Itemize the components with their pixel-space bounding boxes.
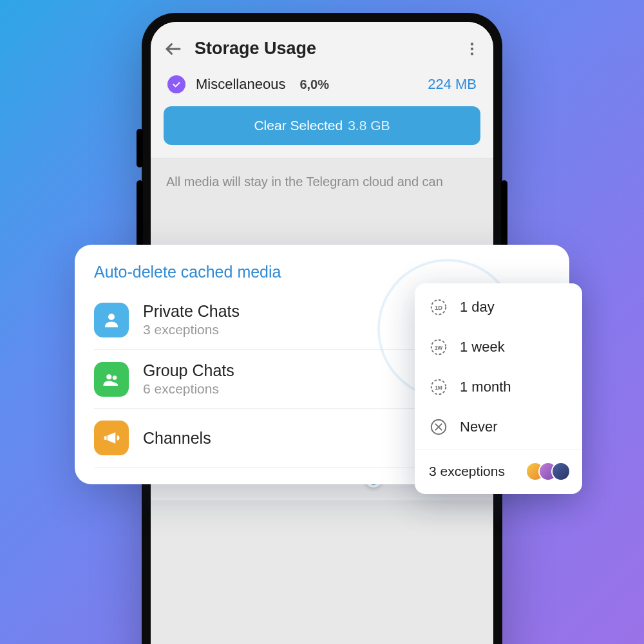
duration-1d-icon: 1D [429,298,448,317]
duration-1m-icon: 1M [429,377,448,397]
svg-point-2 [471,52,473,55]
more-icon[interactable] [464,41,480,57]
duration-1w-icon: 1W [429,337,448,357]
exception-avatars [532,462,571,481]
duration-menu: 1D 1 day 1W 1 week 1M 1 month Never 3 ex… [415,283,582,494]
back-icon[interactable] [164,39,183,59]
svg-point-1 [471,47,473,50]
menu-1day[interactable]: 1D 1 day [415,287,582,327]
clear-label: Clear Selected [254,118,343,133]
menu-label: 1 day [460,299,495,316]
menu-label: 1 week [460,339,505,355]
person-icon [94,303,129,337]
menu-never[interactable]: Never [415,407,582,447]
top-bar: Storage Usage [151,22,493,70]
svg-point-5 [113,375,117,380]
svg-point-0 [471,43,473,45]
misc-label: Miscellaneous [196,76,285,93]
row-subtitle: 3 exceptions [143,322,240,337]
page-title: Storage Usage [194,39,452,59]
row-title: Private Chats [143,302,240,321]
info-line-1: All media will stay in the Telegram clou… [166,173,478,191]
menu-label: Never [460,419,498,435]
row-subtitle: 6 exceptions [143,381,234,397]
svg-point-4 [106,374,111,379]
svg-text:1W: 1W [435,345,443,351]
misc-size: 224 MB [428,76,477,93]
misc-percent: 6,0% [299,77,329,92]
check-icon [167,75,185,93]
menu-label: 1 month [460,379,511,395]
megaphone-icon [94,421,129,455]
volume-button [137,180,143,251]
svg-text:1D: 1D [435,305,442,311]
never-icon [429,417,448,437]
card-title: Auto-delete cached media [94,263,550,281]
auto-delete-card: Auto-delete cached media Private Chats 3… [75,245,569,484]
side-button [137,129,143,167]
row-title: Group Chats [143,361,234,380]
exceptions-label: 3 exceptions [429,464,505,479]
svg-point-3 [108,314,115,320]
avatar [551,462,571,481]
content-top: Miscellaneous 6,0% 224 MB Clear Selected… [151,70,493,158]
group-icon [94,362,129,397]
menu-exceptions[interactable]: 3 exceptions [415,453,582,490]
clear-selected-button[interactable]: Clear Selected 3.8 GB [164,106,480,145]
storage-row-misc[interactable]: Miscellaneous 6,0% 224 MB [164,70,480,106]
menu-1month[interactable]: 1M 1 month [415,367,582,407]
row-title: Channels [143,429,211,448]
clear-amount: 3.8 GB [348,118,390,133]
svg-text:1M: 1M [435,384,442,391]
menu-1week[interactable]: 1W 1 week [415,327,582,367]
